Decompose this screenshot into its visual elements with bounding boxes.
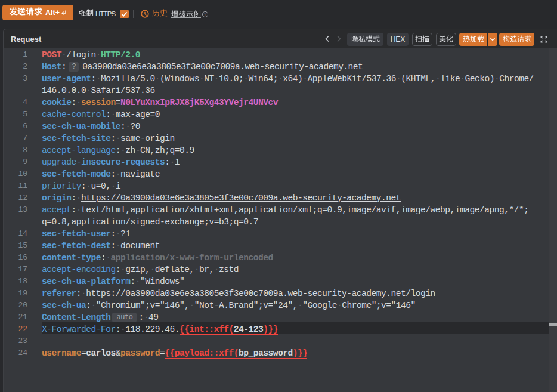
svg-text:?: ? — [204, 12, 206, 16]
